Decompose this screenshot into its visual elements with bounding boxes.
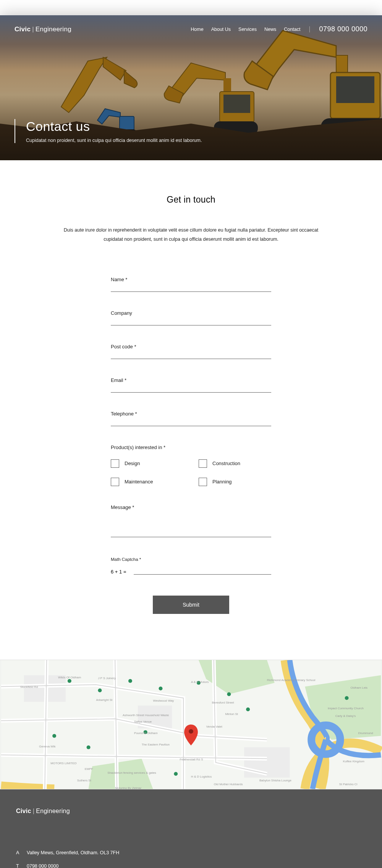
page-title: Contact us: [26, 119, 202, 134]
svg-point-26: [345, 696, 349, 700]
checkbox-maintenance[interactable]: [111, 478, 119, 486]
nav-services[interactable]: Services: [238, 27, 257, 32]
svg-text:St Patricks Cl: St Patricks Cl: [339, 783, 358, 786]
svg-text:Geneva Wlk: Geneva Wlk: [39, 744, 55, 748]
checkbox-planning[interactable]: [199, 478, 207, 486]
section-heading: Get in touch: [38, 195, 344, 205]
svg-text:Motoring By Zelmar: Motoring By Zelmar: [115, 786, 142, 789]
address-key: A: [16, 849, 21, 857]
svg-text:Stockfield Rd: Stockfield Rd: [20, 685, 38, 688]
field-email: Email *: [111, 377, 271, 393]
svg-point-17: [128, 679, 132, 683]
svg-text:Minton St: Minton St: [225, 712, 238, 716]
footer: Civic|Engineering A Valley Mews, Greenfi…: [0, 789, 382, 868]
svg-text:MOTORS LIMITED: MOTORS LIMITED: [50, 762, 76, 765]
check-design: Design: [111, 459, 183, 468]
intro-text: Duis aute irure dolor in reprehenderit i…: [53, 226, 329, 244]
label-message: Message *: [111, 504, 271, 510]
label-postcode: Post code *: [111, 344, 271, 349]
footer-phone[interactable]: 0798 000 0000: [27, 862, 58, 868]
contact-form: Name * Company Post code * Email * Telep…: [111, 277, 271, 614]
nav-contact[interactable]: Contact: [284, 27, 300, 32]
svg-text:Suthers St: Suthers St: [77, 779, 92, 782]
svg-text:A & S Motors: A & S Motors: [191, 680, 209, 683]
input-message[interactable]: [111, 511, 271, 537]
brand-logo[interactable]: Civic|Engineering: [15, 26, 71, 33]
footer-contacts: A Valley Mews, Greenfield, Oldham. OL3 7…: [16, 849, 366, 868]
svg-text:Carly & Daisy's: Carly & Daisy's: [335, 714, 356, 718]
checkbox-label: Construction: [212, 461, 240, 466]
input-captcha[interactable]: [134, 566, 271, 575]
svg-text:Drummond: Drummond: [358, 731, 373, 734]
page: Civic|Engineering Home About Us Services…: [0, 15, 382, 868]
svg-text:Koffee Kingdom: Koffee Kingdom: [343, 760, 365, 763]
svg-text:Richmond Academy Primary Schoo: Richmond Academy Primary School: [267, 678, 316, 681]
svg-point-18: [159, 686, 163, 690]
footer-address: Valley Mews, Greenfield, Oldham. OL3 7FH: [27, 849, 119, 857]
svg-point-22: [87, 745, 91, 749]
label-telephone: Telephone *: [111, 411, 271, 417]
label-email: Email *: [111, 377, 271, 383]
svg-text:Westwood Way: Westwood Way: [153, 699, 174, 702]
input-telephone[interactable]: [111, 418, 271, 426]
svg-text:Arkwright St: Arkwright St: [96, 698, 113, 702]
svg-text:Impact Community Church: Impact Community Church: [328, 707, 364, 710]
header-phone[interactable]: 0798 000 0000: [319, 25, 367, 33]
svg-text:J P S Joinery: J P S Joinery: [98, 676, 116, 680]
map-section[interactable]: Wilds Of Oldham Arkwright St Ashworth St…: [0, 660, 382, 789]
input-email[interactable]: [111, 384, 271, 393]
check-planning: Planning: [199, 478, 271, 486]
svg-text:Oldham Leis: Oldham Leis: [351, 686, 368, 689]
field-postcode: Post code *: [111, 344, 271, 359]
svg-point-21: [52, 734, 56, 738]
product-checkboxes: Design Construction Maintenance Planning: [111, 459, 271, 486]
field-message: Message *: [111, 504, 271, 539]
nav-about[interactable]: About Us: [211, 27, 231, 32]
nav-divider: [309, 26, 310, 32]
field-telephone: Telephone *: [111, 411, 271, 426]
svg-text:Pound-fit Oldham: Pound-fit Oldham: [134, 731, 158, 734]
checkbox-label: Planning: [212, 479, 232, 485]
hero-section: Civic|Engineering Home About Us Services…: [0, 15, 382, 160]
nav-home[interactable]: Home: [191, 27, 203, 32]
main-nav: Home About Us Services News Contact 0798…: [191, 25, 367, 33]
checkbox-construction[interactable]: [199, 459, 207, 468]
svg-text:Wilds Of Oldham: Wilds Of Oldham: [58, 675, 81, 679]
svg-point-15: [68, 679, 71, 683]
checkbox-design[interactable]: [111, 459, 119, 468]
map-icon: Wilds Of Oldham Arkwright St Ashworth St…: [0, 660, 382, 789]
svg-text:Featherstall Rd S: Featherstall Rd S: [180, 758, 203, 761]
svg-text:Saltys Venue: Saltys Venue: [134, 720, 152, 723]
label-company: Company: [111, 310, 271, 316]
svg-text:Old Mother Hubbards: Old Mother Hubbards: [214, 783, 243, 786]
svg-point-27: [189, 729, 193, 733]
svg-point-25: [246, 707, 250, 711]
svg-text:EMPF: EMPF: [85, 767, 93, 771]
footer-brand[interactable]: Civic|Engineering: [16, 808, 366, 815]
check-maintenance: Maintenance: [111, 478, 183, 486]
products-label: Product(s) interested in *: [111, 444, 271, 450]
input-company[interactable]: [111, 317, 271, 325]
check-construction: Construction: [199, 459, 271, 468]
checkbox-label: Design: [125, 461, 140, 466]
submit-button[interactable]: Submit: [153, 596, 229, 614]
svg-text:Shackleton fencing services & : Shackleton fencing services & gates: [107, 771, 156, 775]
svg-text:Babylon Shisha Lounge: Babylon Shisha Lounge: [259, 779, 291, 782]
svg-text:Venda Valet: Venda Valet: [206, 725, 223, 728]
svg-text:H & D Logistics: H & D Logistics: [191, 775, 212, 778]
svg-text:Beresford Street: Beresford Street: [212, 701, 235, 704]
tel-key: T: [16, 862, 21, 868]
field-name: Name *: [111, 277, 271, 292]
svg-text:Ashworth Street Household Wast: Ashworth Street Household Waste: [123, 713, 169, 717]
nav-news[interactable]: News: [264, 27, 276, 32]
main-content: Get in touch Duis aute irure dolor in re…: [0, 160, 382, 660]
svg-point-24: [174, 772, 178, 776]
captcha-question: 6 + 1 =: [111, 569, 126, 575]
field-company: Company: [111, 310, 271, 325]
svg-text:The Eastern Pavilion: The Eastern Pavilion: [142, 742, 170, 746]
checkbox-label: Maintenance: [125, 479, 153, 485]
svg-point-16: [98, 688, 102, 692]
hero-title-block: Contact us Cupidatat non proident, sunt …: [15, 119, 202, 143]
input-name[interactable]: [111, 283, 271, 292]
input-postcode[interactable]: [111, 351, 271, 359]
